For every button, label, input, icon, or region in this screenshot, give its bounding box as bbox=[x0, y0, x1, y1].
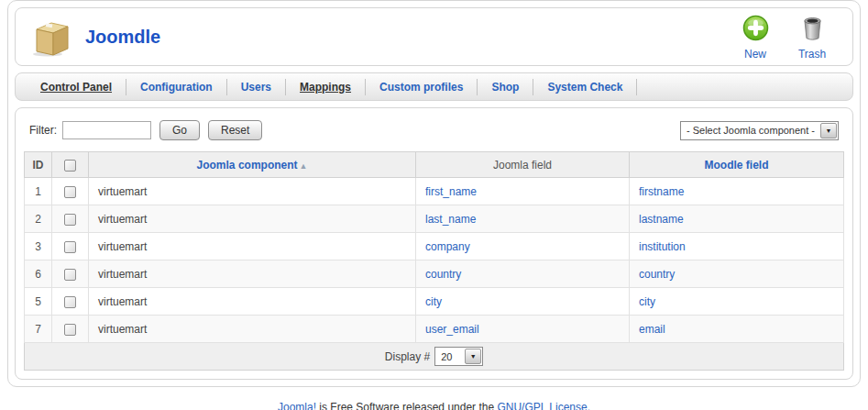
page-footer: Joomla! is Free Software released under … bbox=[0, 401, 868, 410]
row-moodle-field-cell: email bbox=[630, 316, 844, 343]
joomla-field-link[interactable]: first_name bbox=[425, 185, 477, 198]
row-moodle-field-cell: lastname bbox=[630, 205, 844, 233]
row-checkbox[interactable] bbox=[64, 214, 76, 226]
row-id: 5 bbox=[25, 288, 52, 316]
moodle-field-link[interactable]: city bbox=[639, 295, 655, 308]
menu-item-custom-profiles[interactable]: Custom profiles bbox=[366, 79, 478, 95]
row-joomla-field-cell: user_email bbox=[416, 316, 630, 343]
table-row: 1virtuemartfirst_namefirstname bbox=[25, 178, 844, 205]
column-header-joomla-field: Joomla field bbox=[416, 152, 630, 178]
joomla-field-link[interactable]: user_email bbox=[425, 323, 479, 336]
row-joomla-field-cell: first_name bbox=[416, 178, 630, 205]
filter-bar: Filter: Go Reset - Select Joomla compone… bbox=[24, 116, 844, 151]
row-id: 3 bbox=[25, 233, 52, 260]
joomla-field-link[interactable]: last_name bbox=[425, 213, 476, 226]
mappings-table: ID Joomla component▲ Joomla field Moodle… bbox=[24, 151, 844, 371]
table-row: 6virtuemartcountrycountry bbox=[25, 260, 844, 288]
menu-item-mappings[interactable]: Mappings bbox=[286, 79, 366, 95]
table-row: 7virtuemartuser_emailemail bbox=[25, 316, 844, 343]
moodle-field-link[interactable]: country bbox=[639, 268, 675, 281]
new-plus-icon bbox=[742, 14, 770, 45]
menu-item-system-check[interactable]: System Check bbox=[533, 79, 637, 95]
row-checkbox-cell bbox=[52, 288, 89, 316]
joomla-component-select-value: - Select Joomla component - bbox=[687, 125, 815, 136]
footer-text: is Free Software released under the bbox=[316, 401, 497, 410]
row-moodle-field-cell: firstname bbox=[630, 178, 844, 205]
page-wrapper: Joomdle New bbox=[7, 0, 861, 387]
row-joomla-field-cell: country bbox=[416, 260, 630, 288]
row-moodle-field-cell: country bbox=[630, 260, 844, 288]
sort-asc-icon: ▲ bbox=[300, 161, 308, 171]
row-joomla-component: virtuemart bbox=[89, 288, 416, 316]
column-header-moodle-field: Moodle field bbox=[630, 152, 844, 178]
sort-joomla-component-link[interactable]: Joomla component bbox=[197, 159, 298, 172]
table-row: 5virtuemartcitycity bbox=[25, 288, 844, 316]
row-checkbox[interactable] bbox=[64, 186, 76, 198]
display-count-value: 20 bbox=[441, 351, 459, 362]
component-header: Joomdle New bbox=[15, 7, 853, 66]
row-checkbox-cell bbox=[52, 316, 89, 343]
row-joomla-component: virtuemart bbox=[89, 260, 416, 288]
trash-button[interactable]: Trash bbox=[792, 14, 832, 61]
joomla-link[interactable]: Joomla! bbox=[278, 401, 316, 410]
row-checkbox[interactable] bbox=[64, 296, 76, 308]
row-id: 2 bbox=[25, 205, 52, 233]
joomla-field-link[interactable]: city bbox=[425, 295, 442, 308]
row-checkbox-cell bbox=[52, 260, 89, 288]
row-checkbox-cell bbox=[52, 178, 89, 205]
display-label: Display # bbox=[385, 350, 430, 363]
display-count-select[interactable]: 20 ▼ bbox=[434, 347, 483, 366]
gnu-gpl-license-link[interactable]: GNU/GPL License. bbox=[497, 401, 590, 410]
moodle-field-link[interactable]: lastname bbox=[639, 213, 684, 226]
filter-input[interactable] bbox=[62, 121, 151, 139]
main-content: Filter: Go Reset - Select Joomla compone… bbox=[15, 107, 853, 380]
new-button[interactable]: New bbox=[735, 14, 775, 61]
row-moodle-field-cell: institution bbox=[630, 233, 844, 260]
row-joomla-field-cell: company bbox=[416, 233, 630, 260]
chevron-down-icon: ▼ bbox=[465, 349, 481, 364]
filter-label: Filter: bbox=[29, 124, 57, 137]
chevron-down-icon: ▼ bbox=[820, 123, 837, 139]
page-title: Joomdle bbox=[85, 27, 160, 48]
row-checkbox-cell bbox=[52, 205, 89, 233]
trash-icon bbox=[798, 14, 827, 45]
go-button[interactable]: Go bbox=[159, 120, 200, 140]
row-joomla-field-cell: city bbox=[416, 288, 630, 316]
new-button-label: New bbox=[744, 48, 766, 61]
column-header-checkbox bbox=[52, 152, 89, 178]
row-id: 7 bbox=[25, 316, 52, 343]
column-header-id: ID bbox=[25, 152, 52, 178]
sort-moodle-field-link[interactable]: Moodle field bbox=[705, 159, 769, 172]
select-all-checkbox[interactable] bbox=[64, 160, 76, 172]
row-joomla-component: virtuemart bbox=[89, 205, 416, 233]
menu-item-control-panel[interactable]: Control Panel bbox=[27, 79, 126, 95]
row-joomla-field-cell: last_name bbox=[416, 205, 630, 233]
joomla-field-link[interactable]: company bbox=[425, 240, 470, 253]
trash-button-label: Trash bbox=[798, 48, 826, 61]
row-joomla-component: virtuemart bbox=[89, 178, 416, 205]
menu-item-users[interactable]: Users bbox=[227, 79, 286, 95]
column-header-joomla-component: Joomla component▲ bbox=[89, 152, 416, 178]
reset-button[interactable]: Reset bbox=[208, 120, 262, 140]
toolbar: New Trash bbox=[735, 14, 840, 61]
row-joomla-component: virtuemart bbox=[89, 233, 416, 260]
menu: Control PanelConfigurationUsersMappingsC… bbox=[15, 72, 853, 101]
row-moodle-field-cell: city bbox=[630, 288, 844, 316]
moodle-field-link[interactable]: firstname bbox=[639, 185, 684, 198]
menu-item-shop[interactable]: Shop bbox=[478, 79, 533, 95]
joomla-component-select[interactable]: - Select Joomla component - ▼ bbox=[680, 121, 839, 140]
row-joomla-component: virtuemart bbox=[89, 316, 416, 343]
box-icon bbox=[28, 14, 72, 61]
row-checkbox[interactable] bbox=[64, 241, 76, 253]
joomla-field-link[interactable]: country bbox=[425, 268, 461, 281]
moodle-field-link[interactable]: email bbox=[639, 323, 665, 336]
table-row: 2virtuemartlast_namelastname bbox=[25, 205, 844, 233]
table-header-row: ID Joomla component▲ Joomla field Moodle… bbox=[25, 152, 844, 178]
row-checkbox[interactable] bbox=[64, 324, 76, 336]
moodle-field-link[interactable]: institution bbox=[639, 240, 686, 253]
menu-item-configuration[interactable]: Configuration bbox=[126, 79, 227, 95]
row-checkbox[interactable] bbox=[64, 269, 76, 281]
row-id: 6 bbox=[25, 260, 52, 288]
row-checkbox-cell bbox=[52, 233, 89, 260]
table-row: 3virtuemartcompanyinstitution bbox=[25, 233, 844, 260]
